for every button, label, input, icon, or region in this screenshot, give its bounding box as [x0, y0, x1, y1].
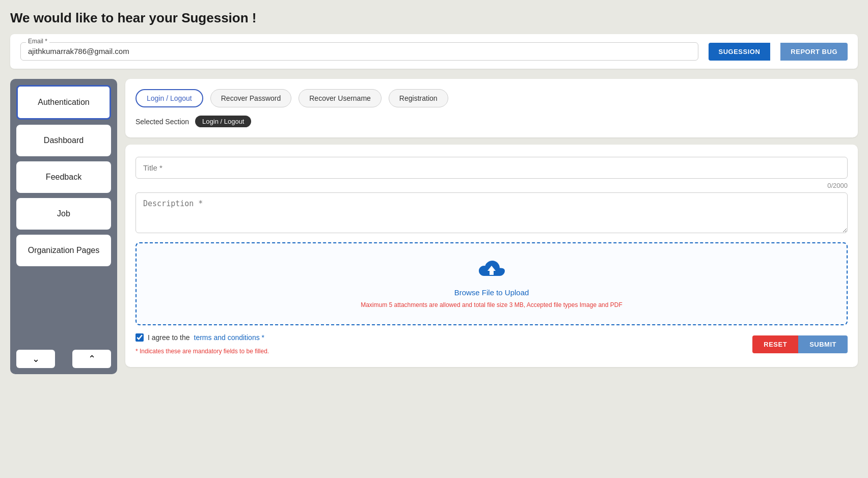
report-bug-button[interactable]: REPORT BUG [780, 43, 848, 61]
submit-button[interactable]: SUBMIT [798, 335, 848, 353]
sidebar: Authentication Dashboard Feedback Job Or… [10, 79, 117, 374]
description-textarea[interactable] [135, 192, 848, 233]
upload-hint: Maximum 5 attachments are allowed and to… [361, 301, 622, 308]
sidebar-item-authentication[interactable]: Authentication [16, 85, 111, 120]
agree-text: I agree to the [148, 333, 190, 342]
tab-registration[interactable]: Registration [389, 89, 448, 107]
page-title: We would like to hear your Sugession ! [10, 10, 858, 26]
main-layout: Authentication Dashboard Feedback Job Or… [10, 79, 858, 374]
action-buttons: RESET SUBMIT [752, 335, 848, 353]
tab-recover-username[interactable]: Recover Username [299, 89, 382, 107]
form-footer: I agree to the terms and conditions * * … [135, 333, 848, 355]
tab-login-logout[interactable]: Login / Logout [135, 89, 203, 107]
agree-checkbox[interactable] [135, 333, 144, 342]
email-field-wrapper: Email * ajithkumarrak786@gmail.com [20, 42, 698, 61]
tab-recover-password[interactable]: Recover Password [210, 89, 292, 107]
selected-section-row: Selected Section Login / Logout [135, 116, 848, 127]
upload-cloud-icon [147, 259, 836, 284]
sidebar-nav: ⌄ ⌃ [16, 350, 111, 368]
sidebar-item-dashboard[interactable]: Dashboard [16, 125, 111, 156]
agree-row: I agree to the terms and conditions * * … [135, 333, 269, 355]
email-bar: Email * ajithkumarrak786@gmail.com SUGES… [10, 34, 858, 69]
section-selector-card: Login / Logout Recover Password Recover … [125, 79, 858, 137]
suggestion-button[interactable]: SUGESSION [709, 43, 771, 61]
main-content: Login / Logout Recover Password Recover … [125, 79, 858, 367]
sidebar-item-feedback[interactable]: Feedback [16, 161, 111, 193]
upload-link[interactable]: Browse File to Upload [147, 288, 836, 297]
reset-button[interactable]: RESET [752, 335, 798, 353]
sidebar-item-organization-pages[interactable]: Organization Pages [16, 235, 111, 266]
selected-section-badge: Login / Logout [195, 116, 251, 127]
sidebar-item-job[interactable]: Job [16, 198, 111, 230]
terms-link[interactable]: terms and conditions * [194, 333, 265, 342]
upload-zone[interactable]: Browse File to Upload Maximum 5 attachme… [135, 242, 848, 325]
char-count: 0/2000 [135, 182, 848, 189]
form-card: 0/2000 Browse File to Upload Maximum 5 a… [125, 145, 858, 367]
title-input[interactable] [135, 157, 848, 179]
email-label: Email * [26, 38, 49, 45]
nav-down-button[interactable]: ⌄ [16, 350, 55, 368]
tabs-row: Login / Logout Recover Password Recover … [135, 89, 848, 107]
nav-up-button[interactable]: ⌃ [72, 350, 111, 368]
chevron-down-icon: ⌄ [32, 353, 40, 364]
selected-section-label: Selected Section [135, 118, 189, 126]
agree-line: I agree to the terms and conditions * [135, 333, 264, 342]
chevron-up-icon: ⌃ [88, 353, 96, 364]
mandatory-note: * Indicates these are mandatory fields t… [135, 348, 269, 355]
email-value: ajithkumarrak786@gmail.com [28, 47, 129, 55]
